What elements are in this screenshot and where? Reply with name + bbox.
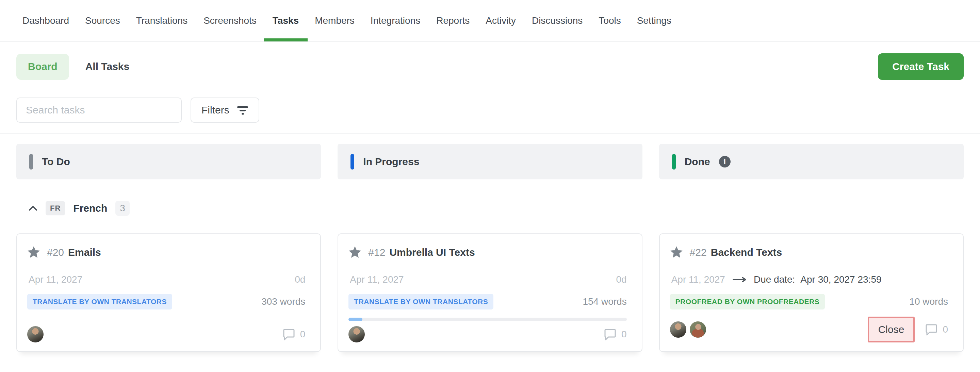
- card-title-row: #22 Backend Texts: [670, 246, 948, 258]
- assignee-avatar: [348, 326, 365, 342]
- comment-icon: [604, 328, 617, 340]
- card-footer-right: 0: [282, 328, 305, 340]
- task-cards-row: #20 Emails Apr 11, 2027 0d TRANSLATE BY …: [16, 233, 964, 352]
- column-header-to-do: To Do: [16, 144, 321, 179]
- language-code-badge: FR: [46, 201, 65, 215]
- column-label: In Progress: [363, 156, 419, 168]
- comments-indicator[interactable]: 0: [282, 328, 305, 340]
- nav-item-activity[interactable]: Activity: [485, 0, 516, 41]
- create-task-button[interactable]: Create Task: [878, 53, 964, 80]
- card-badge-row: TRANSLATE BY OWN TRANSLATORS 303 words: [27, 294, 305, 309]
- task-start-date: Apr 11, 2027: [350, 274, 404, 285]
- comment-count: 0: [943, 324, 948, 335]
- filters-button[interactable]: Filters: [191, 98, 259, 123]
- tab-board[interactable]: Board: [16, 54, 69, 80]
- language-group-row: FR French 3: [29, 201, 964, 215]
- star-icon: [348, 246, 361, 258]
- info-icon[interactable]: i: [719, 156, 730, 168]
- column-header-in-progress: In Progress: [337, 144, 642, 179]
- arrow-right-icon: [733, 277, 746, 282]
- nav-item-tasks[interactable]: Tasks: [272, 0, 299, 41]
- favorite-star-button[interactable]: [348, 246, 361, 258]
- task-id: #20: [47, 247, 64, 258]
- task-duration: 0d: [616, 274, 627, 285]
- assignee-avatars: [670, 321, 706, 338]
- card-title-row: #12 Umbrella UI Texts: [348, 246, 627, 258]
- nav-item-settings[interactable]: Settings: [637, 0, 671, 41]
- filter-icon: [237, 105, 248, 115]
- task-id: #22: [690, 247, 707, 258]
- nav-item-discussions[interactable]: Discussions: [532, 0, 582, 41]
- task-title: Emails: [68, 247, 101, 258]
- column-color-bar: [672, 154, 676, 169]
- favorite-star-button[interactable]: [670, 246, 683, 258]
- task-id: #12: [368, 247, 385, 258]
- card-footer-right: Close 0: [868, 317, 948, 342]
- comment-icon: [925, 323, 938, 336]
- task-type-badge: TRANSLATE BY OWN TRANSLATORS: [348, 294, 493, 309]
- card-footer-right: 0: [604, 328, 627, 340]
- word-count: 303 words: [261, 296, 305, 307]
- search-row: Filters: [16, 98, 964, 123]
- assignee-avatars: [348, 326, 365, 342]
- nav-item-reports[interactable]: Reports: [436, 0, 469, 41]
- nav-item-sources[interactable]: Sources: [85, 0, 120, 41]
- filters-label: Filters: [202, 104, 229, 116]
- section-divider: [0, 133, 980, 133]
- due-date-label: Due date:: [754, 274, 795, 285]
- card-badge-row: PROOFREAD BY OWN PROOFREADERS 10 words: [670, 294, 948, 309]
- task-card-22[interactable]: #22 Backend Texts Apr 11, 2027 Due date:…: [659, 233, 964, 352]
- card-badge-row: TRANSLATE BY OWN TRANSLATORS 154 words: [348, 294, 627, 309]
- assignee-avatar: [670, 321, 686, 338]
- due-date-group: Apr 11, 2027 Due date: Apr 30, 2027 23:5…: [671, 274, 882, 285]
- task-card-12[interactable]: #12 Umbrella UI Texts Apr 11, 2027 0d TR…: [337, 233, 642, 352]
- comments-indicator[interactable]: 0: [925, 323, 948, 336]
- nav-item-tools[interactable]: Tools: [598, 0, 620, 41]
- card-title-row: #20 Emails: [27, 246, 305, 258]
- assignee-avatar: [690, 321, 706, 338]
- word-count: 154 words: [582, 296, 627, 307]
- column-header-done: Donei: [659, 144, 964, 179]
- task-progress-bar: [348, 318, 627, 321]
- task-duration: 0d: [295, 274, 305, 285]
- word-count: 10 words: [909, 296, 948, 307]
- top-nav: DashboardSourcesTranslationsScreenshotsT…: [0, 0, 980, 42]
- task-start-date: Apr 11, 2027: [29, 274, 82, 285]
- star-icon: [670, 246, 683, 258]
- column-color-bar: [29, 154, 33, 169]
- assignee-avatar: [27, 326, 43, 342]
- board-columns: To DoIn ProgressDonei: [16, 144, 964, 179]
- task-title: Backend Texts: [711, 247, 782, 258]
- task-type-badge: PROOFREAD BY OWN PROOFREADERS: [670, 294, 825, 309]
- comment-count: 0: [300, 329, 305, 340]
- nav-item-integrations[interactable]: Integrations: [371, 0, 420, 41]
- task-count-badge: 3: [115, 201, 130, 216]
- due-date-value: Apr 30, 2027 23:59: [800, 274, 881, 285]
- comment-count: 0: [621, 329, 627, 340]
- nav-item-members[interactable]: Members: [315, 0, 355, 41]
- tab-all-tasks[interactable]: All Tasks: [86, 61, 130, 72]
- task-title: Umbrella UI Texts: [389, 247, 475, 258]
- board-toolbar: Board All Tasks Create Task: [16, 53, 964, 80]
- comments-indicator[interactable]: 0: [604, 328, 627, 340]
- column-color-bar: [350, 154, 354, 169]
- task-type-badge: TRANSLATE BY OWN TRANSLATORS: [27, 294, 172, 309]
- search-input[interactable]: [16, 98, 182, 123]
- task-card-20[interactable]: #20 Emails Apr 11, 2027 0d TRANSLATE BY …: [16, 233, 321, 352]
- close-task-button[interactable]: Close: [868, 317, 915, 342]
- favorite-star-button[interactable]: [27, 246, 40, 258]
- card-footer: Close 0: [670, 317, 948, 342]
- card-footer: 0: [348, 326, 627, 342]
- star-icon: [27, 246, 40, 258]
- nav-item-translations[interactable]: Translations: [136, 0, 188, 41]
- card-footer: 0: [27, 326, 305, 342]
- column-label: Done: [685, 156, 710, 168]
- card-meta-row: Apr 11, 2027 0d: [27, 274, 305, 285]
- assignee-avatars: [27, 326, 43, 342]
- nav-item-screenshots[interactable]: Screenshots: [204, 0, 256, 41]
- comment-icon: [282, 328, 295, 340]
- collapse-group-button[interactable]: [29, 206, 37, 211]
- card-meta-row: Apr 11, 2027 Due date: Apr 30, 2027 23:5…: [670, 274, 948, 285]
- nav-item-dashboard[interactable]: Dashboard: [22, 0, 69, 41]
- language-name: French: [73, 203, 107, 214]
